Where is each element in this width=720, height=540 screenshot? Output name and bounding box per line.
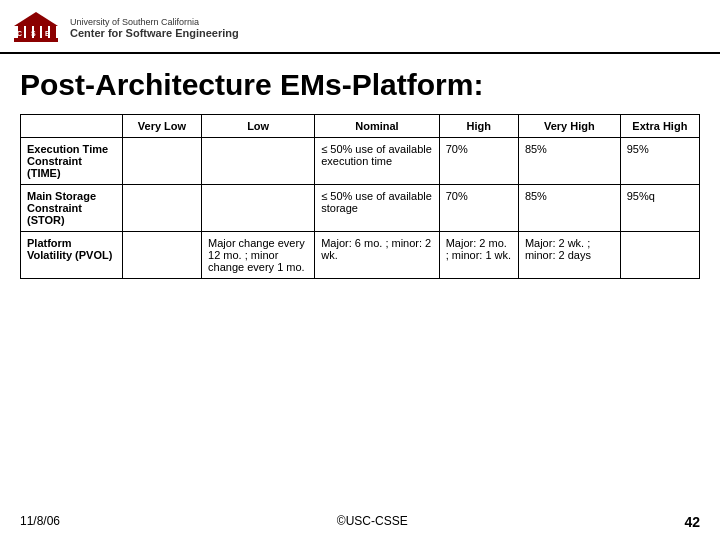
svg-text:C: C (17, 30, 22, 37)
university-label: University of Southern California (70, 17, 239, 27)
table-row: Main Storage Constraint (STOR)≤ 50% use … (21, 185, 700, 232)
data-table: Very Low Low Nominal High Very High Extr… (20, 114, 700, 279)
cell-extra-high (620, 232, 699, 279)
header: C S E University of Southern California … (0, 0, 720, 54)
table-row: Execution Time Constraint (TIME)≤ 50% us… (21, 138, 700, 185)
table-row: Platform Volatility (PVOL)Major change e… (21, 232, 700, 279)
footer-date: 11/8/06 (20, 514, 60, 530)
svg-text:S: S (31, 30, 36, 37)
footer: 11/8/06 ©USC-CSSE 42 (0, 514, 720, 530)
header-text: University of Southern California Center… (70, 17, 239, 39)
cell-very-high: 85% (518, 138, 620, 185)
row-label: Platform Volatility (PVOL) (21, 232, 123, 279)
col-header-low: Low (202, 115, 315, 138)
svg-marker-6 (14, 12, 58, 26)
footer-copyright: ©USC-CSSE (60, 514, 684, 530)
cell-very-low (122, 138, 201, 185)
main-content: Very Low Low Nominal High Very High Extr… (0, 114, 720, 279)
table-header-row: Very Low Low Nominal High Very High Extr… (21, 115, 700, 138)
svg-text:E: E (45, 30, 50, 37)
cell-extra-high: 95% (620, 138, 699, 185)
cell-low (202, 185, 315, 232)
svg-rect-5 (50, 26, 56, 38)
footer-page-number: 42 (684, 514, 700, 530)
col-header-extra-high: Extra High (620, 115, 699, 138)
cell-very-low (122, 185, 201, 232)
cell-high: Major: 2 mo. ; minor: 1 wk. (439, 232, 518, 279)
row-label: Main Storage Constraint (STOR) (21, 185, 123, 232)
page-title: Post-Architecture EMs-Platform: (0, 54, 720, 114)
cell-extra-high: 95%q (620, 185, 699, 232)
col-header-very-low: Very Low (122, 115, 201, 138)
cell-very-low (122, 232, 201, 279)
col-header-very-high: Very High (518, 115, 620, 138)
row-label: Execution Time Constraint (TIME) (21, 138, 123, 185)
cell-nominal: ≤ 50% use of available storage (315, 185, 439, 232)
svg-rect-0 (14, 38, 58, 42)
cell-low (202, 138, 315, 185)
col-header-high: High (439, 115, 518, 138)
cell-low: Major change every 12 mo. ; minor change… (202, 232, 315, 279)
cell-nominal: ≤ 50% use of available execution time (315, 138, 439, 185)
cell-high: 70% (439, 185, 518, 232)
col-header-empty (21, 115, 123, 138)
logo: C S E (12, 8, 60, 48)
cell-very-high: 85% (518, 185, 620, 232)
cell-nominal: Major: 6 mo. ; minor: 2 wk. (315, 232, 439, 279)
center-label: Center for Software Engineering (70, 27, 239, 39)
cell-very-high: Major: 2 wk. ; minor: 2 days (518, 232, 620, 279)
col-header-nominal: Nominal (315, 115, 439, 138)
cell-high: 70% (439, 138, 518, 185)
